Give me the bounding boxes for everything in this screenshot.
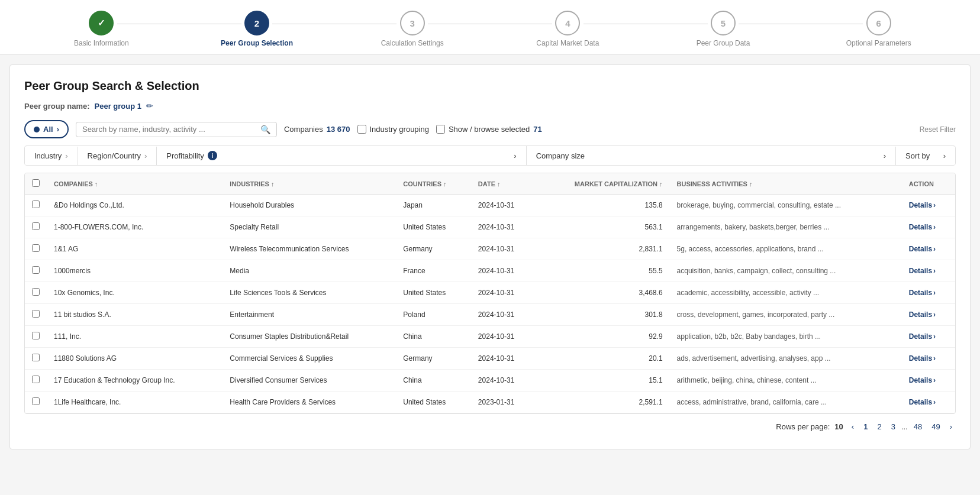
details-link-1[interactable]: Details › <box>909 223 948 231</box>
all-button[interactable]: All › <box>24 120 69 138</box>
region-chevron-icon: › <box>144 151 147 160</box>
row-checkbox-2[interactable] <box>32 244 40 252</box>
col-business[interactable]: BUSINESS ACTIVITIES ↑ <box>670 173 902 195</box>
details-label: Details <box>909 289 932 297</box>
prev-page-button[interactable]: ‹ <box>848 421 858 432</box>
cell-action[interactable]: Details › <box>902 260 955 282</box>
row-checkbox-cell[interactable] <box>25 260 47 282</box>
row-checkbox-5[interactable] <box>32 310 40 318</box>
row-checkbox-8[interactable] <box>32 376 40 383</box>
details-link-6[interactable]: Details › <box>909 332 948 341</box>
details-link-8[interactable]: Details › <box>909 376 948 384</box>
industry-filter-button[interactable]: Industry › <box>25 147 78 165</box>
company-size-label: Company size <box>536 151 585 160</box>
cell-action[interactable]: Details › <box>902 216 955 238</box>
details-link-0[interactable]: Details › <box>909 201 948 209</box>
details-chevron-icon: › <box>933 354 936 363</box>
cell-country: China <box>396 326 471 348</box>
sort-by-button[interactable]: Sort by › <box>896 147 955 165</box>
table-row: &Do Holdings Co.,Ltd. Household Durables… <box>25 195 955 216</box>
show-browse-checkbox[interactable]: Show / browse selected 71 <box>436 125 542 134</box>
table-row: 1Life Healthcare, Inc. Health Care Provi… <box>25 392 955 413</box>
step-1-label: Basic Information <box>74 39 129 54</box>
row-checkbox-cell[interactable] <box>25 370 47 392</box>
table-row: 10x Genomics, Inc. Life Sciences Tools &… <box>25 282 955 304</box>
cell-country: Poland <box>396 304 471 326</box>
details-link-9[interactable]: Details › <box>909 398 948 406</box>
col-date[interactable]: DATE ↑ <box>471 173 537 195</box>
details-link-5[interactable]: Details › <box>909 310 948 319</box>
rows-per-page-value: 10 <box>834 422 843 431</box>
cell-action[interactable]: Details › <box>902 195 955 216</box>
row-checkbox-cell[interactable] <box>25 304 47 326</box>
next-page-button[interactable]: › <box>946 421 956 432</box>
step-peer-group-data[interactable]: 5 Peer Group Data <box>646 11 801 54</box>
profitability-filter[interactable]: Profitability i › <box>157 146 526 165</box>
page-48-button[interactable]: 48 <box>910 421 926 432</box>
row-checkbox-cell[interactable] <box>25 238 47 260</box>
row-checkbox-7[interactable] <box>32 354 40 361</box>
row-checkbox-9[interactable] <box>32 397 40 405</box>
details-link-3[interactable]: Details › <box>909 267 948 275</box>
cell-country: Germany <box>396 238 471 260</box>
sort-by-label: Sort by <box>905 151 930 160</box>
cell-date: 2024-10-31 <box>471 260 537 282</box>
details-label: Details <box>909 201 932 209</box>
step-peer-group[interactable]: 2 Peer Group Selection <box>179 11 335 54</box>
details-link-7[interactable]: Details › <box>909 354 948 363</box>
cell-action[interactable]: Details › <box>902 238 955 260</box>
row-checkbox-cell[interactable] <box>25 326 47 348</box>
col-companies[interactable]: COMPANIES ↑ <box>47 173 223 195</box>
row-checkbox-4[interactable] <box>32 288 40 296</box>
cell-industry: Life Sciences Tools & Services <box>223 282 396 304</box>
cell-action[interactable]: Details › <box>902 326 955 348</box>
show-browse-input[interactable] <box>436 125 445 134</box>
step-3-circle: 3 <box>400 11 425 35</box>
row-checkbox-cell[interactable] <box>25 348 47 370</box>
region-filter-button[interactable]: Region/Country › <box>78 147 157 165</box>
row-checkbox-cell[interactable] <box>25 195 47 216</box>
details-link-4[interactable]: Details › <box>909 289 948 297</box>
pagination-row: Rows per page: 10 ‹ 1 2 3 ... 48 49 › <box>24 414 956 435</box>
profitability-label: Profitability <box>166 151 204 160</box>
cell-business: cross, development, games, incorporated,… <box>670 304 902 326</box>
page-3-button[interactable]: 3 <box>888 421 899 432</box>
cell-market-cap: 92.9 <box>537 326 670 348</box>
edit-icon[interactable]: ✏ <box>146 101 153 111</box>
row-checkbox-cell[interactable] <box>25 392 47 413</box>
step-calc-settings[interactable]: 3 Calculation Settings <box>334 11 490 54</box>
step-capital-market[interactable]: 4 Capital Market Data <box>490 11 646 54</box>
step-basic-info[interactable]: ✓ Basic Information <box>24 11 179 54</box>
reset-filter-button[interactable]: Reset Filter <box>920 125 956 134</box>
col-countries[interactable]: COUNTRIES ↑ <box>396 173 471 195</box>
cell-action[interactable]: Details › <box>902 348 955 370</box>
col-market-cap[interactable]: MARKET CAPITALIZATION ↑ <box>537 173 670 195</box>
select-all-header[interactable] <box>25 173 47 195</box>
cell-action[interactable]: Details › <box>902 304 955 326</box>
page-49-button[interactable]: 49 <box>928 421 943 432</box>
row-checkbox-1[interactable] <box>32 222 40 230</box>
industry-grouping-input[interactable] <box>357 125 366 134</box>
row-checkbox-6[interactable] <box>32 332 40 339</box>
select-all-checkbox[interactable] <box>32 179 40 187</box>
cell-business: 5g, access, accessories, applications, b… <box>670 238 902 260</box>
companies-table: COMPANIES ↑ INDUSTRIES ↑ COUNTRIES ↑ DAT… <box>24 173 956 414</box>
cell-action[interactable]: Details › <box>902 282 955 304</box>
cell-country: Germany <box>396 348 471 370</box>
row-checkbox-cell[interactable] <box>25 282 47 304</box>
search-input[interactable] <box>82 125 260 134</box>
cell-action[interactable]: Details › <box>902 392 955 413</box>
step-optional-params[interactable]: 6 Optional Parameters <box>801 11 956 54</box>
row-checkbox-0[interactable] <box>32 200 40 208</box>
industry-grouping-checkbox[interactable]: Industry grouping <box>357 125 429 134</box>
details-link-2[interactable]: Details › <box>909 245 948 253</box>
row-checkbox-3[interactable] <box>32 266 40 274</box>
cell-action[interactable]: Details › <box>902 370 955 392</box>
page-2-button[interactable]: 2 <box>873 421 885 432</box>
row-checkbox-cell[interactable] <box>25 216 47 238</box>
all-dot <box>34 127 40 132</box>
company-size-filter[interactable]: Company size › <box>527 147 896 165</box>
col-industries[interactable]: INDUSTRIES ↑ <box>223 173 396 195</box>
cell-date: 2024-10-31 <box>471 238 537 260</box>
page-1-button[interactable]: 1 <box>860 421 871 432</box>
